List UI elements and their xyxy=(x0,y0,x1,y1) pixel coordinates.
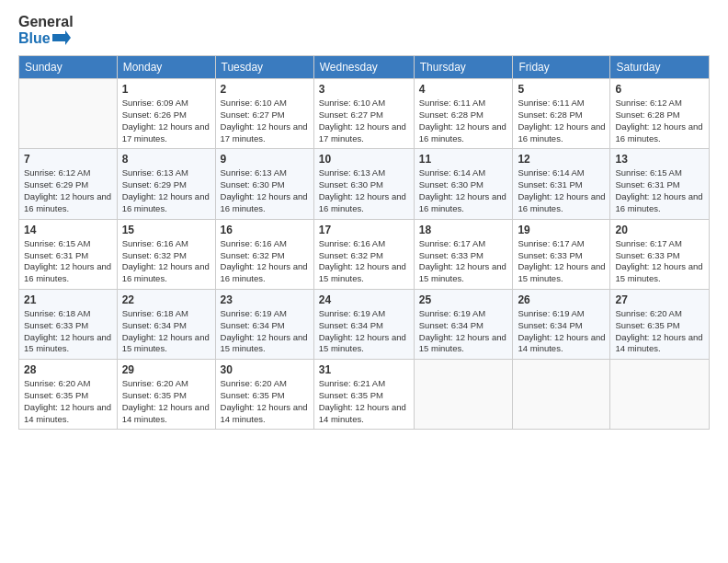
day-number: 1 xyxy=(122,83,210,96)
day-info: Sunrise: 6:19 AMSunset: 6:34 PMDaylight:… xyxy=(518,308,605,355)
weekday-header-sunday: Sunday xyxy=(19,56,118,79)
day-number: 30 xyxy=(221,363,309,376)
calendar-cell: 16Sunrise: 6:16 AMSunset: 6:32 PMDayligh… xyxy=(215,219,313,289)
day-number: 4 xyxy=(419,83,508,96)
calendar-cell xyxy=(513,360,610,430)
sunrise-line: Sunrise: 6:13 AM xyxy=(122,167,210,179)
logo-blue: Blue xyxy=(18,30,74,47)
daylight-line: Daylight: 12 hours and15 minutes. xyxy=(319,261,409,285)
sunset-line: Sunset: 6:31 PM xyxy=(615,179,704,191)
calendar-table: SundayMondayTuesdayWednesdayThursdayFrid… xyxy=(18,55,710,430)
calendar-cell: 23Sunrise: 6:19 AMSunset: 6:34 PMDayligh… xyxy=(215,289,313,359)
calendar-cell: 11Sunrise: 6:14 AMSunset: 6:30 PMDayligh… xyxy=(414,149,513,219)
day-info: Sunrise: 6:15 AMSunset: 6:31 PMDaylight:… xyxy=(24,238,112,285)
calendar-cell: 27Sunrise: 6:20 AMSunset: 6:35 PMDayligh… xyxy=(610,289,710,359)
day-info: Sunrise: 6:18 AMSunset: 6:34 PMDaylight:… xyxy=(122,308,210,355)
daylight-line: Daylight: 12 hours and16 minutes. xyxy=(221,261,309,285)
daylight-line: Daylight: 12 hours and15 minutes. xyxy=(419,261,508,285)
day-info: Sunrise: 6:10 AMSunset: 6:27 PMDaylight:… xyxy=(319,98,409,144)
day-number: 8 xyxy=(122,153,210,166)
calendar-cell: 25Sunrise: 6:19 AMSunset: 6:34 PMDayligh… xyxy=(414,289,513,359)
calendar-cell: 13Sunrise: 6:15 AMSunset: 6:31 PMDayligh… xyxy=(610,149,710,219)
daylight-line: Daylight: 12 hours and16 minutes. xyxy=(518,191,605,215)
sunrise-line: Sunrise: 6:21 AM xyxy=(319,378,409,390)
sunset-line: Sunset: 6:30 PM xyxy=(419,179,508,191)
calendar-body: 1Sunrise: 6:09 AMSunset: 6:26 PMDaylight… xyxy=(19,79,710,430)
daylight-line: Daylight: 12 hours and16 minutes. xyxy=(221,191,309,215)
sunrise-line: Sunrise: 6:15 AM xyxy=(615,167,704,179)
sunrise-line: Sunrise: 6:19 AM xyxy=(221,308,309,320)
day-number: 27 xyxy=(615,293,704,306)
day-number: 13 xyxy=(615,153,704,166)
daylight-line: Daylight: 12 hours and17 minutes. xyxy=(319,121,409,145)
day-info: Sunrise: 6:11 AMSunset: 6:28 PMDaylight:… xyxy=(518,98,605,144)
sunset-line: Sunset: 6:28 PM xyxy=(518,109,605,121)
daylight-line: Daylight: 12 hours and16 minutes. xyxy=(319,191,409,215)
sunrise-line: Sunrise: 6:16 AM xyxy=(319,238,409,250)
sunrise-line: Sunrise: 6:19 AM xyxy=(518,308,605,320)
daylight-line: Daylight: 12 hours and15 minutes. xyxy=(122,332,210,356)
calendar-cell: 10Sunrise: 6:13 AMSunset: 6:30 PMDayligh… xyxy=(313,149,414,219)
daylight-line: Daylight: 12 hours and14 minutes. xyxy=(24,402,112,426)
sunset-line: Sunset: 6:27 PM xyxy=(221,109,309,121)
sunset-line: Sunset: 6:33 PM xyxy=(419,250,508,262)
sunrise-line: Sunrise: 6:15 AM xyxy=(24,238,112,250)
sunrise-line: Sunrise: 6:12 AM xyxy=(615,98,704,109)
daylight-line: Daylight: 12 hours and15 minutes. xyxy=(615,261,704,285)
day-number: 17 xyxy=(319,224,409,236)
calendar-cell: 28Sunrise: 6:20 AMSunset: 6:35 PMDayligh… xyxy=(19,360,118,430)
weekday-header-tuesday: Tuesday xyxy=(215,56,313,79)
day-info: Sunrise: 6:19 AMSunset: 6:34 PMDaylight:… xyxy=(419,308,508,355)
day-number: 22 xyxy=(122,293,210,306)
sunset-line: Sunset: 6:32 PM xyxy=(122,250,210,262)
daylight-line: Daylight: 12 hours and15 minutes. xyxy=(319,332,409,356)
daylight-line: Daylight: 12 hours and14 minutes. xyxy=(615,332,704,356)
day-info: Sunrise: 6:14 AMSunset: 6:31 PMDaylight:… xyxy=(518,167,605,214)
daylight-line: Daylight: 12 hours and16 minutes. xyxy=(24,191,112,215)
sunrise-line: Sunrise: 6:11 AM xyxy=(518,98,605,109)
sunrise-line: Sunrise: 6:20 AM xyxy=(122,378,210,390)
day-info: Sunrise: 6:13 AMSunset: 6:30 PMDaylight:… xyxy=(221,167,309,214)
daylight-line: Daylight: 12 hours and16 minutes. xyxy=(122,191,210,215)
sunrise-line: Sunrise: 6:20 AM xyxy=(615,308,704,320)
day-info: Sunrise: 6:13 AMSunset: 6:30 PMDaylight:… xyxy=(319,167,409,214)
week-row-0: 1Sunrise: 6:09 AMSunset: 6:26 PMDaylight… xyxy=(19,79,710,149)
weekday-header-row: SundayMondayTuesdayWednesdayThursdayFrid… xyxy=(19,56,710,79)
logo-arrow-icon xyxy=(52,30,71,45)
daylight-line: Daylight: 12 hours and14 minutes. xyxy=(221,402,309,426)
calendar-cell xyxy=(414,360,513,430)
header: General Blue xyxy=(18,14,710,46)
sunset-line: Sunset: 6:28 PM xyxy=(615,109,704,121)
calendar-cell: 22Sunrise: 6:18 AMSunset: 6:34 PMDayligh… xyxy=(117,289,215,359)
daylight-line: Daylight: 12 hours and14 minutes. xyxy=(518,332,605,356)
day-number: 23 xyxy=(221,293,309,306)
day-number: 15 xyxy=(122,224,210,236)
day-number: 10 xyxy=(319,153,409,166)
sunrise-line: Sunrise: 6:16 AM xyxy=(221,238,309,250)
day-number: 19 xyxy=(518,224,605,236)
calendar-cell: 8Sunrise: 6:13 AMSunset: 6:29 PMDaylight… xyxy=(117,149,215,219)
sunset-line: Sunset: 6:32 PM xyxy=(221,250,309,262)
sunset-line: Sunset: 6:28 PM xyxy=(419,109,508,121)
day-number: 5 xyxy=(518,83,605,96)
sunrise-line: Sunrise: 6:20 AM xyxy=(24,378,112,390)
calendar-cell: 31Sunrise: 6:21 AMSunset: 6:35 PMDayligh… xyxy=(313,360,414,430)
day-number: 6 xyxy=(615,83,704,96)
day-number: 2 xyxy=(221,83,309,96)
week-row-3: 21Sunrise: 6:18 AMSunset: 6:33 PMDayligh… xyxy=(19,289,710,359)
daylight-line: Daylight: 12 hours and16 minutes. xyxy=(24,261,112,285)
sunrise-line: Sunrise: 6:17 AM xyxy=(518,238,605,250)
logo: General Blue xyxy=(18,14,74,46)
calendar-cell: 19Sunrise: 6:17 AMSunset: 6:33 PMDayligh… xyxy=(513,219,610,289)
week-row-2: 14Sunrise: 6:15 AMSunset: 6:31 PMDayligh… xyxy=(19,219,710,289)
sunset-line: Sunset: 6:35 PM xyxy=(615,320,704,332)
day-number: 11 xyxy=(419,153,508,166)
sunset-line: Sunset: 6:29 PM xyxy=(24,179,112,191)
day-number: 21 xyxy=(24,293,112,306)
day-number: 12 xyxy=(518,153,605,166)
sunset-line: Sunset: 6:27 PM xyxy=(319,109,409,121)
daylight-line: Daylight: 12 hours and15 minutes. xyxy=(518,261,605,285)
weekday-header-wednesday: Wednesday xyxy=(313,56,414,79)
sunset-line: Sunset: 6:32 PM xyxy=(319,250,409,262)
sunrise-line: Sunrise: 6:10 AM xyxy=(319,98,409,109)
